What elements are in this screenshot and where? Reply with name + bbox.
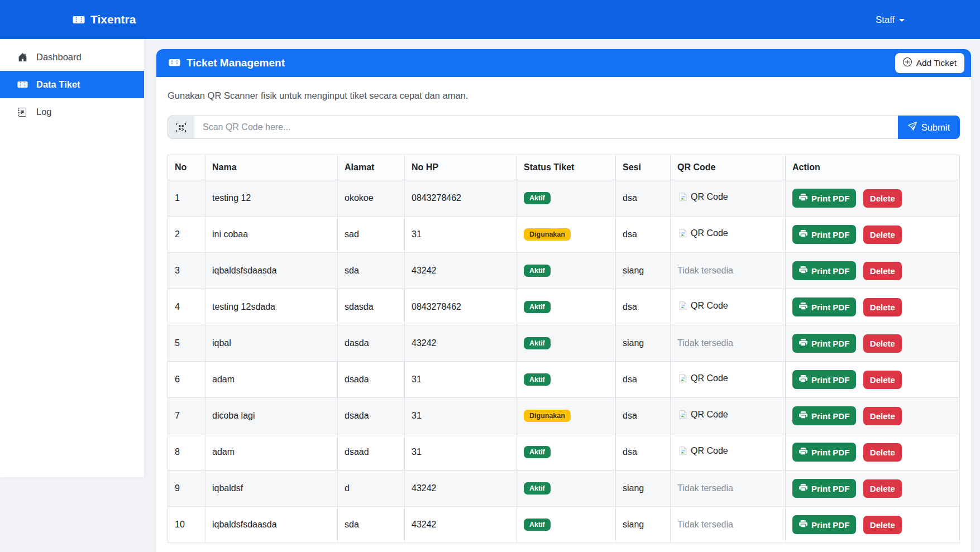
cell-status: Aktif xyxy=(517,434,616,471)
cell-status: Digunakan xyxy=(517,398,616,434)
cell-action: Print PDF Delete xyxy=(786,289,960,325)
table-row: 10 iqbaldsfsdaasda sda 43242 Aktif siang… xyxy=(168,507,960,543)
cell-no-hp: 31 xyxy=(405,217,517,253)
cell-alamat: sdasda xyxy=(338,289,405,325)
sidebar-item-dashboard[interactable]: Dashboard xyxy=(0,44,144,71)
printer-icon xyxy=(799,520,807,530)
sidebar-item-data-tiket[interactable]: Data Tiket xyxy=(0,71,144,98)
cell-nama: ini cobaa xyxy=(205,217,338,253)
print-pdf-label: Print PDF xyxy=(811,411,849,421)
print-pdf-button[interactable]: Print PDF xyxy=(792,515,856,534)
print-pdf-button[interactable]: Print PDF xyxy=(792,225,856,244)
add-ticket-button[interactable]: Add Ticket xyxy=(895,53,964,73)
cell-alamat: dsada xyxy=(338,398,405,434)
status-badge: Aktif xyxy=(524,373,551,386)
cell-nama: iqbaldsfsdaasda xyxy=(205,507,338,543)
cell-nama: testing 12 xyxy=(205,180,338,217)
cell-status: Aktif xyxy=(517,471,616,507)
status-badge: Aktif xyxy=(524,265,551,277)
cell-sesi: siang xyxy=(616,471,671,507)
cell-sesi: dsa xyxy=(616,289,671,325)
qr-missing-text: Tidak tersedia xyxy=(677,483,733,493)
qr-scan-group: Submit xyxy=(168,116,960,139)
delete-button[interactable]: Delete xyxy=(863,189,902,208)
delete-button[interactable]: Delete xyxy=(863,225,902,244)
printer-icon xyxy=(799,229,807,239)
cell-status: Aktif xyxy=(517,289,616,325)
printer-icon xyxy=(799,483,807,493)
qr-cell: QR Code xyxy=(671,434,786,471)
qr-alt-text: QR Code xyxy=(691,228,728,238)
print-pdf-label: Print PDF xyxy=(811,194,849,203)
cell-action: Print PDF Delete xyxy=(786,253,960,289)
qr-scan-input[interactable] xyxy=(194,116,898,139)
cell-action: Print PDF Delete xyxy=(786,180,960,217)
user-dropdown[interactable]: Staff xyxy=(876,15,905,25)
print-pdf-button[interactable]: Print PDF xyxy=(792,370,856,389)
delete-button[interactable]: Delete xyxy=(863,479,902,498)
add-ticket-label: Add Ticket xyxy=(916,58,957,68)
delete-button[interactable]: Delete xyxy=(863,443,902,462)
cell-action: Print PDF Delete xyxy=(786,471,960,507)
cell-no: 1 xyxy=(168,180,205,217)
print-pdf-button[interactable]: Print PDF xyxy=(792,334,856,353)
delete-button[interactable]: Delete xyxy=(863,334,902,353)
printer-icon xyxy=(799,193,807,203)
qr-cell: QR Code xyxy=(671,398,786,434)
status-badge: Digunakan xyxy=(524,410,571,423)
qr-broken-image-icon xyxy=(677,228,689,239)
print-pdf-button[interactable]: Print PDF xyxy=(792,189,856,208)
cell-no-hp: 43242 xyxy=(405,507,517,543)
table-row: 1 testing 12 okokoe 0843278462 Aktif dsa… xyxy=(168,180,960,217)
print-pdf-label: Print PDF xyxy=(811,484,849,493)
qr-cell: QR Code xyxy=(671,289,786,325)
cell-no: 7 xyxy=(168,398,205,434)
print-pdf-button[interactable]: Print PDF xyxy=(792,406,856,425)
ticket-icon xyxy=(17,81,28,88)
header-sesi: Sesi xyxy=(616,155,671,180)
qr-alt-text: QR Code xyxy=(691,446,728,456)
cell-action: Print PDF Delete xyxy=(786,325,960,362)
cell-no-hp: 31 xyxy=(405,398,517,434)
cell-nama: adam xyxy=(205,362,338,398)
submit-button[interactable]: Submit xyxy=(898,116,960,139)
cell-no-hp: 43242 xyxy=(405,325,517,362)
print-pdf-button[interactable]: Print PDF xyxy=(792,297,856,316)
sidebar-item-log[interactable]: Log xyxy=(0,98,144,126)
cell-nama: adam xyxy=(205,434,338,471)
delete-button[interactable]: Delete xyxy=(863,262,902,280)
qr-broken-image-icon xyxy=(677,445,689,457)
table-header-row: No Nama Alamat No HP Status Tiket Sesi Q… xyxy=(168,155,960,180)
card-header: Ticket Management Add Ticket xyxy=(156,49,971,77)
cell-status: Digunakan xyxy=(517,217,616,253)
delete-button[interactable]: Delete xyxy=(863,298,902,316)
cell-no: 6 xyxy=(168,362,205,398)
print-pdf-button[interactable]: Print PDF xyxy=(792,479,856,498)
status-badge: Aktif xyxy=(524,192,551,205)
card-body: Gunakan QR Scanner fisik untuk menginput… xyxy=(156,77,971,552)
print-pdf-button[interactable]: Print PDF xyxy=(792,443,856,462)
printer-icon xyxy=(799,447,807,457)
printer-icon xyxy=(799,302,807,312)
sidebar-item-label: Dashboard xyxy=(36,52,82,63)
cell-alamat: dsaad xyxy=(338,434,405,471)
delete-button[interactable]: Delete xyxy=(863,407,902,425)
scanner-info-text: Gunakan QR Scanner fisik untuk menginput… xyxy=(168,90,960,101)
qr-cell: Tidak tersedia xyxy=(671,507,786,543)
delete-button[interactable]: Delete xyxy=(863,371,902,389)
cell-action: Print PDF Delete xyxy=(786,362,960,398)
qr-broken-image-icon xyxy=(677,373,689,385)
qr-alt-text: QR Code xyxy=(691,301,728,311)
print-pdf-button[interactable]: Print PDF xyxy=(792,261,856,280)
app-screen: Tixentra Staff Dashboard Da xyxy=(0,0,980,552)
sidebar-item-label: Data Tiket xyxy=(36,79,80,90)
cell-no: 3 xyxy=(168,253,205,289)
printer-icon xyxy=(799,375,807,385)
cell-status: Aktif xyxy=(517,180,616,217)
qr-cell: QR Code xyxy=(671,362,786,398)
brand-link[interactable]: Tixentra xyxy=(73,13,136,26)
delete-button[interactable]: Delete xyxy=(863,516,902,534)
print-pdf-label: Print PDF xyxy=(811,339,849,348)
ticket-table-body: 1 testing 12 okokoe 0843278462 Aktif dsa… xyxy=(168,180,960,543)
cell-status: Aktif xyxy=(517,362,616,398)
